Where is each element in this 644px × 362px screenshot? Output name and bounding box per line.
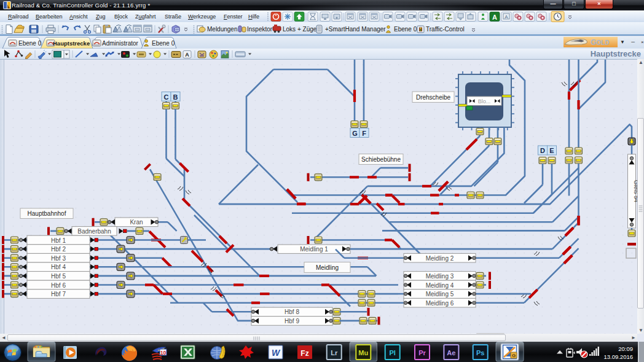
svg-text:Ae: Ae bbox=[447, 349, 455, 356]
svg-text:+SmartHand Manager: +SmartHand Manager bbox=[325, 26, 386, 33]
svg-text:Loks + Züge: Loks + Züge bbox=[283, 26, 317, 33]
svg-text:E: E bbox=[549, 147, 554, 154]
svg-text:Kran: Kran bbox=[130, 219, 143, 226]
svg-text:Hbf 5: Hbf 5 bbox=[51, 273, 66, 280]
svg-text:Hbf 4: Hbf 4 bbox=[51, 264, 66, 270]
svg-text:Meidling 1: Meidling 1 bbox=[300, 246, 328, 253]
svg-text:Fz: Fz bbox=[300, 349, 308, 358]
svg-text:Meidling 3: Meidling 3 bbox=[426, 273, 454, 280]
svg-text:C: C bbox=[164, 93, 169, 101]
svg-text:Gleis 54: Gleis 54 bbox=[633, 180, 638, 203]
svg-text:Hbf 1: Hbf 1 bbox=[51, 237, 66, 244]
svg-text:Hbf 8: Hbf 8 bbox=[285, 309, 299, 315]
svg-text:Schiebebühne: Schiebebühne bbox=[361, 156, 401, 163]
svg-text:GOLD: GOLD bbox=[591, 38, 609, 47]
svg-text:Meldungen: Meldungen bbox=[207, 26, 237, 33]
svg-text:Lr: Lr bbox=[331, 349, 338, 356]
svg-text:Meidling 5: Meidling 5 bbox=[426, 291, 454, 297]
svg-text:Hbf 2: Hbf 2 bbox=[51, 246, 66, 253]
svg-text:Meidling: Meidling bbox=[316, 264, 339, 271]
svg-text:Hbf 7: Hbf 7 bbox=[51, 291, 66, 297]
svg-text:Meidling 6: Meidling 6 bbox=[426, 300, 454, 307]
svg-text:Drehscheibe: Drehscheibe bbox=[416, 94, 451, 101]
svg-text:Meidling 4: Meidling 4 bbox=[426, 282, 454, 289]
svg-text:Hbf 3: Hbf 3 bbox=[51, 255, 66, 262]
svg-text:Hauptbahnhof: Hauptbahnhof bbox=[28, 210, 66, 217]
svg-text:10: 10 bbox=[160, 350, 167, 356]
svg-text:G: G bbox=[512, 353, 516, 358]
svg-text:D: D bbox=[540, 147, 545, 154]
svg-text:Meidling 2: Meidling 2 bbox=[426, 255, 454, 262]
svg-text:Ps: Ps bbox=[476, 349, 484, 356]
svg-text:G: G bbox=[352, 130, 358, 137]
svg-text:Pr: Pr bbox=[418, 349, 426, 356]
svg-text:Badnerbahn: Badnerbahn bbox=[77, 228, 111, 235]
svg-text:Ebene 0: Ebene 0 bbox=[394, 26, 417, 33]
svg-text:B: B bbox=[173, 93, 178, 101]
svg-text:Traffic-Control: Traffic-Control bbox=[426, 26, 465, 33]
svg-text:A: A bbox=[185, 52, 189, 58]
svg-text:Blo...: Blo... bbox=[478, 98, 491, 104]
svg-text:A: A bbox=[505, 14, 508, 20]
svg-text:F: F bbox=[362, 130, 366, 137]
svg-text:Mu: Mu bbox=[358, 349, 368, 356]
svg-text:A: A bbox=[492, 14, 497, 21]
svg-text:Pl: Pl bbox=[389, 349, 395, 356]
svg-text:Inspektor: Inspektor bbox=[247, 26, 273, 33]
svg-text:W: W bbox=[272, 348, 281, 358]
svg-text:Hbf 6: Hbf 6 bbox=[51, 282, 66, 289]
svg-text:Hbf 9: Hbf 9 bbox=[285, 318, 299, 325]
